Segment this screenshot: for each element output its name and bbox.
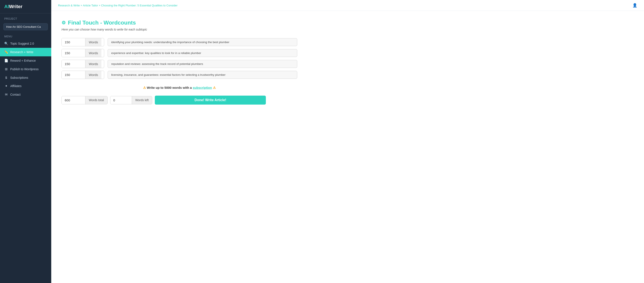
main-content: Research & Write » Article Tailor » Choo… [51, 0, 644, 283]
sidebar-item-affiliates[interactable]: ✦ Affiliates [0, 82, 51, 90]
sidebar-item-publish-wordpress[interactable]: ⊞ Publish to Wordpress [0, 65, 51, 73]
sidebar-item-label: Affiliates [10, 84, 22, 88]
topbar: Research & Write » Article Tailor » Choo… [51, 0, 644, 11]
words-label-2: Words [85, 49, 102, 57]
wordpress-icon: ⊞ [4, 67, 8, 71]
word-input-group-1: Words [62, 38, 104, 46]
sidebar-item-contact[interactable]: ✉ Contact [0, 90, 51, 99]
word-input-1[interactable] [62, 38, 85, 46]
dollar-icon: $ [4, 76, 8, 79]
menu-label: Menu [0, 33, 51, 39]
breadcrumb-sep-1: » [81, 4, 82, 7]
sidebar-item-label: Topic Suggest 2.0 [10, 42, 34, 45]
project-label: Project [0, 13, 51, 21]
words-label-4: Words [85, 71, 102, 79]
breadcrumb-part-1: Research & Write [58, 4, 80, 7]
sidebar: AIWriter Project How An SEO Consultant C… [0, 0, 51, 283]
user-icon[interactable]: 👤 [632, 3, 637, 8]
search-icon: 🔍 [4, 42, 8, 45]
page-title: ⚙ Final Touch - Wordcounts [62, 19, 297, 26]
subscription-link[interactable]: subscription [192, 86, 212, 89]
sidebar-item-topic-suggest[interactable]: 🔍 Topic Suggest 2.0 [0, 39, 51, 48]
word-input-group-3: Words [62, 60, 104, 68]
project-select[interactable]: How An SEO Consultant Ca [4, 23, 48, 30]
table-row: Words [62, 38, 297, 46]
sidebar-item-label: Publish to Wordpress [10, 67, 39, 71]
logo-writer: Writer [9, 4, 22, 9]
table-row: Words [62, 71, 297, 79]
page-content: ⚙ Final Touch - Wordcounts Here you can … [51, 11, 308, 113]
logo: AIWriter [0, 0, 51, 13]
table-row: Words [62, 49, 297, 57]
words-left-group: Words left [110, 96, 152, 104]
words-total-label: Words total [85, 96, 108, 104]
breadcrumb-part-2: Article Tailor [83, 4, 98, 7]
warning-icon-left: ⚠ [143, 86, 146, 89]
document-icon: 📄 [4, 59, 8, 62]
footer-row: Words total Words left Done! Write Artic… [62, 96, 297, 105]
pencil-icon: ✏️ [4, 50, 8, 54]
sidebar-item-subscriptions[interactable]: $ Subscriptions [0, 73, 51, 82]
settings-icon: ⚙ [62, 20, 66, 26]
breadcrumb: Research & Write » Article Tailor » Choo… [58, 4, 178, 7]
write-article-button[interactable]: Done! Write Article! [155, 96, 266, 105]
warning-icon-right: ⚠ [213, 86, 216, 89]
breadcrumb-sep-2: » [99, 4, 100, 7]
subscription-notice: ⚠ Write up to 5000 words with a subscrip… [62, 86, 297, 90]
envelope-icon: ✉ [4, 93, 8, 96]
words-total-input[interactable] [62, 96, 85, 104]
sidebar-item-label: Research + Write [10, 50, 33, 54]
subtopic-input-2[interactable] [108, 49, 297, 57]
page-subtitle: Here you can choose how many words to wr… [62, 28, 297, 31]
sidebar-item-reword-enhance[interactable]: 📄 Reword + Enhance [0, 56, 51, 65]
wordcount-rows: Words Words Words [62, 38, 297, 79]
words-total-group: Words total [62, 96, 108, 104]
words-left-label: Words left [132, 96, 152, 104]
subtopic-input-1[interactable] [108, 38, 297, 46]
words-left-input[interactable] [110, 96, 132, 104]
star-icon: ✦ [4, 84, 8, 88]
word-input-2[interactable] [62, 49, 85, 57]
sidebar-item-label: Subscriptions [10, 76, 28, 79]
subtopic-input-4[interactable] [108, 71, 297, 79]
subscription-prefix: Write up to 5000 words with a [147, 86, 193, 89]
subtopic-input-3[interactable] [108, 60, 297, 68]
logo-ai: AI [4, 4, 9, 9]
word-input-group-4: Words [62, 71, 104, 79]
words-label-3: Words [85, 60, 102, 68]
breadcrumb-part-3: Choosing the Right Plumber: 5 Essential … [101, 4, 178, 7]
word-input-3[interactable] [62, 60, 85, 68]
words-label-1: Words [85, 38, 102, 46]
page-title-text: Final Touch - Wordcounts [68, 19, 136, 26]
sidebar-item-research-write[interactable]: ✏️ Research + Write [0, 48, 51, 56]
word-input-group-2: Words [62, 49, 104, 57]
table-row: Words [62, 60, 297, 68]
word-input-4[interactable] [62, 71, 85, 79]
sidebar-item-label: Reword + Enhance [10, 59, 36, 62]
sidebar-item-label: Contact [10, 93, 20, 96]
